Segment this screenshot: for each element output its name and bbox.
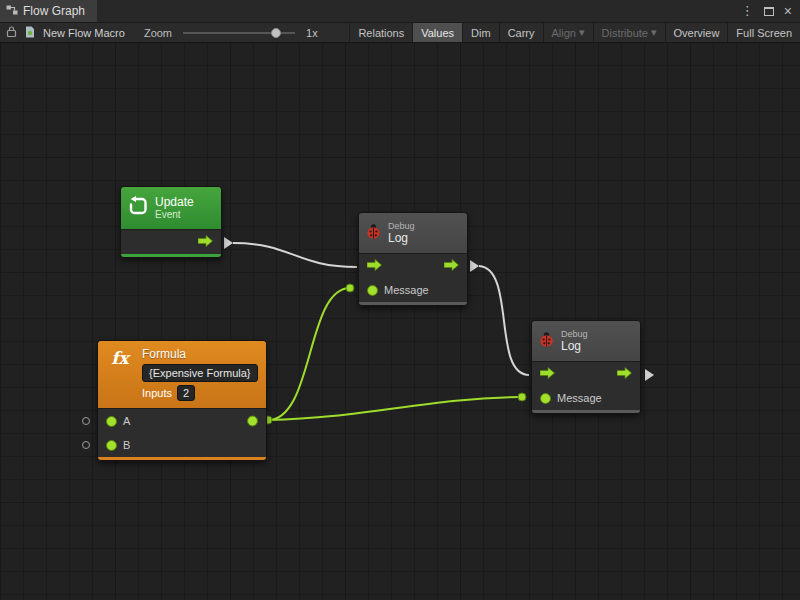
wire-log1-to-log2 [479, 266, 529, 375]
macro-name-label: New Flow Macro [43, 27, 125, 39]
toolbar-buttons: Relations Values Dim Carry Align▾ Distri… [349, 23, 800, 42]
node-update-event[interactable]: Update Event [120, 186, 222, 258]
node-debug-log-1[interactable]: Debug Log Message [358, 212, 468, 306]
dim-button[interactable]: Dim [462, 23, 499, 42]
message-input-port[interactable] [540, 393, 551, 404]
maximize-icon[interactable] [764, 7, 774, 16]
distribute-button[interactable]: Distribute▾ [593, 23, 665, 42]
input-port-b[interactable] [106, 440, 117, 451]
zoom-label: Zoom [144, 27, 172, 39]
input-port-a[interactable] [106, 416, 117, 427]
wire-formula-to-log1-message [268, 288, 350, 420]
wire-dot [518, 393, 526, 401]
zoom-slider[interactable] [183, 27, 295, 39]
lock-icon[interactable] [6, 25, 17, 40]
connection-triangle-update[interactable] [224, 237, 233, 249]
result-output-port[interactable] [247, 416, 258, 427]
node-title: Log [388, 231, 415, 245]
unconnected-port-indicator-b [82, 441, 90, 449]
connection-triangle-log1[interactable] [470, 260, 479, 272]
tab-label: Flow Graph [23, 4, 85, 18]
port-label: Message [557, 392, 602, 404]
message-input-port[interactable] [367, 285, 378, 296]
update-loop-icon [127, 195, 149, 221]
flow-output-port[interactable] [617, 365, 632, 383]
window-titlebar: Flow Graph ⋮ × [0, 0, 800, 23]
flow-graph-icon [6, 4, 18, 19]
flow-input-port[interactable] [540, 365, 555, 383]
graph-toolbar: New Flow Macro Zoom 1x Relations Values … [0, 23, 800, 43]
node-subtitle: Event [155, 209, 194, 221]
node-debug-log-2[interactable]: Debug Log Message [531, 320, 641, 414]
node-category: Debug [561, 329, 588, 339]
node-title: Update [155, 196, 194, 209]
wire-dot [346, 284, 354, 292]
chevron-down-icon: ▾ [651, 26, 657, 39]
node-title: Log [561, 339, 588, 353]
node-category: Debug [388, 221, 415, 231]
ladybug-icon [365, 223, 382, 244]
flow-output-port[interactable] [444, 257, 459, 275]
wire-update-to-log1 [233, 243, 357, 267]
window-menu-icon[interactable]: ⋮ [741, 0, 754, 22]
relations-button[interactable]: Relations [349, 23, 412, 42]
overview-button[interactable]: Overview [665, 23, 728, 42]
close-icon[interactable]: × [784, 0, 792, 22]
node-formula[interactable]: fx Formula {Expensive Formula} Inputs 2 … [97, 340, 267, 461]
chevron-down-icon: ▾ [579, 26, 585, 39]
port-label: A [123, 415, 130, 427]
formula-expression-field[interactable]: {Expensive Formula} [142, 364, 258, 382]
align-button[interactable]: Align▾ [543, 23, 593, 42]
inputs-count-field[interactable]: 2 [177, 385, 195, 401]
tab-flow-graph[interactable]: Flow Graph [0, 0, 97, 22]
flow-input-port[interactable] [367, 257, 382, 275]
fx-icon: fx [104, 347, 136, 369]
carry-button[interactable]: Carry [499, 23, 543, 42]
values-button[interactable]: Values [412, 23, 462, 42]
fullscreen-button[interactable]: Full Screen [727, 23, 800, 42]
wire-formula-to-log2-message [268, 397, 522, 420]
connection-triangle-log2[interactable] [645, 369, 654, 381]
port-label: Message [384, 284, 429, 296]
zoom-slider-handle[interactable] [271, 28, 281, 38]
flow-macro-icon [24, 26, 36, 40]
ladybug-icon [538, 331, 555, 352]
port-label: B [123, 439, 130, 451]
zoom-value: 1x [306, 27, 318, 39]
node-title: Formula [142, 347, 258, 361]
unconnected-port-indicator-a [82, 417, 90, 425]
inputs-label: Inputs [142, 387, 172, 399]
flow-output-port[interactable] [198, 233, 213, 251]
